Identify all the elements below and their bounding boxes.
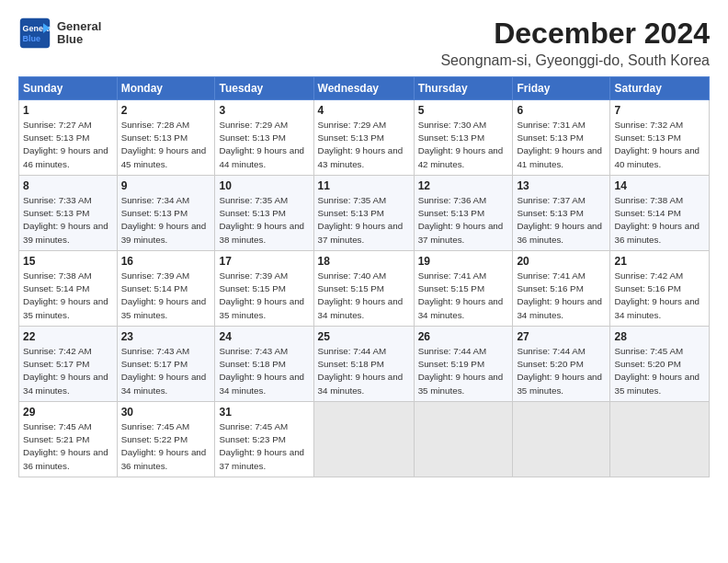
- day-number: 3: [219, 104, 309, 117]
- header-row: Sunday Monday Tuesday Wednesday Thursday…: [19, 77, 710, 100]
- day-number: 29: [23, 406, 113, 419]
- day-number: 2: [121, 104, 211, 117]
- calendar-cell: 29 Sunrise: 7:45 AMSunset: 5:21 PMDaylig…: [19, 402, 118, 477]
- day-detail: Sunrise: 7:35 AMSunset: 5:13 PMDaylight:…: [219, 195, 304, 245]
- day-detail: Sunrise: 7:37 AMSunset: 5:13 PMDaylight:…: [517, 195, 602, 245]
- calendar-cell: 11 Sunrise: 7:35 AMSunset: 5:13 PMDaylig…: [313, 176, 414, 251]
- calendar-cell: 2 Sunrise: 7:28 AMSunset: 5:13 PMDayligh…: [117, 100, 215, 176]
- main-title: December 2024: [440, 17, 710, 51]
- calendar-cell: 18 Sunrise: 7:40 AMSunset: 5:15 PMDaylig…: [313, 251, 414, 327]
- day-number: 5: [418, 104, 509, 117]
- calendar-cell: 8 Sunrise: 7:33 AMSunset: 5:13 PMDayligh…: [19, 176, 118, 251]
- day-number: 14: [614, 179, 705, 192]
- day-detail: Sunrise: 7:45 AMSunset: 5:23 PMDaylight:…: [219, 421, 304, 471]
- day-detail: Sunrise: 7:45 AMSunset: 5:22 PMDaylight:…: [121, 421, 207, 471]
- calendar-cell: [610, 402, 710, 477]
- calendar-cell: 23 Sunrise: 7:43 AMSunset: 5:17 PMDaylig…: [117, 327, 215, 402]
- day-detail: Sunrise: 7:32 AMSunset: 5:13 PMDaylight:…: [614, 120, 700, 169]
- day-number: 31: [219, 406, 309, 419]
- col-saturday: Saturday: [610, 77, 710, 100]
- calendar-cell: 1 Sunrise: 7:27 AMSunset: 5:13 PMDayligh…: [19, 100, 118, 176]
- day-number: 21: [614, 255, 705, 268]
- day-number: 4: [318, 104, 410, 117]
- day-number: 8: [23, 179, 113, 192]
- calendar-cell: 17 Sunrise: 7:39 AMSunset: 5:15 PMDaylig…: [215, 251, 313, 327]
- day-detail: Sunrise: 7:43 AMSunset: 5:17 PMDaylight:…: [121, 346, 207, 396]
- calendar-week-row: 1 Sunrise: 7:27 AMSunset: 5:13 PMDayligh…: [19, 100, 710, 176]
- calendar-cell: 28 Sunrise: 7:45 AMSunset: 5:20 PMDaylig…: [610, 327, 710, 402]
- calendar-cell: 5 Sunrise: 7:30 AMSunset: 5:13 PMDayligh…: [414, 100, 513, 176]
- day-number: 1: [23, 104, 113, 117]
- svg-text:Blue: Blue: [23, 34, 41, 43]
- calendar-cell: 10 Sunrise: 7:35 AMSunset: 5:13 PMDaylig…: [215, 176, 313, 251]
- col-tuesday: Tuesday: [215, 77, 313, 100]
- day-detail: Sunrise: 7:29 AMSunset: 5:13 PMDaylight:…: [318, 120, 404, 169]
- day-number: 28: [614, 330, 705, 343]
- day-number: 18: [318, 255, 410, 268]
- calendar-week-row: 22 Sunrise: 7:42 AMSunset: 5:17 PMDaylig…: [19, 327, 710, 402]
- day-number: 17: [219, 255, 309, 268]
- calendar-cell: 22 Sunrise: 7:42 AMSunset: 5:17 PMDaylig…: [19, 327, 118, 402]
- header: General Blue General Blue December 2024 …: [18, 17, 710, 69]
- calendar-cell: 26 Sunrise: 7:44 AMSunset: 5:19 PMDaylig…: [414, 327, 513, 402]
- page: General Blue General Blue December 2024 …: [0, 0, 728, 487]
- day-detail: Sunrise: 7:28 AMSunset: 5:13 PMDaylight:…: [121, 120, 207, 169]
- day-number: 10: [219, 179, 309, 192]
- title-block: December 2024 Seongnam-si, Gyeonggi-do, …: [440, 17, 710, 69]
- calendar-cell: 7 Sunrise: 7:32 AMSunset: 5:13 PMDayligh…: [610, 100, 710, 176]
- col-wednesday: Wednesday: [313, 77, 414, 100]
- calendar-cell: 19 Sunrise: 7:41 AMSunset: 5:15 PMDaylig…: [414, 251, 513, 327]
- calendar-cell: [414, 402, 513, 477]
- day-number: 12: [418, 179, 509, 192]
- logo-line2: Blue: [57, 33, 101, 46]
- calendar-cell: 30 Sunrise: 7:45 AMSunset: 5:22 PMDaylig…: [117, 402, 215, 477]
- logo: General Blue General Blue: [18, 17, 101, 50]
- day-detail: Sunrise: 7:41 AMSunset: 5:16 PMDaylight:…: [517, 270, 602, 320]
- calendar-week-row: 29 Sunrise: 7:45 AMSunset: 5:21 PMDaylig…: [19, 402, 710, 477]
- day-detail: Sunrise: 7:39 AMSunset: 5:15 PMDaylight:…: [219, 270, 304, 320]
- calendar-cell: 25 Sunrise: 7:44 AMSunset: 5:18 PMDaylig…: [313, 327, 414, 402]
- day-detail: Sunrise: 7:43 AMSunset: 5:18 PMDaylight:…: [219, 346, 304, 396]
- day-detail: Sunrise: 7:44 AMSunset: 5:19 PMDaylight:…: [418, 346, 504, 396]
- calendar-header: Sunday Monday Tuesday Wednesday Thursday…: [19, 77, 710, 100]
- day-number: 7: [614, 104, 705, 117]
- day-number: 6: [517, 104, 606, 117]
- calendar-cell: 24 Sunrise: 7:43 AMSunset: 5:18 PMDaylig…: [215, 327, 313, 402]
- col-friday: Friday: [513, 77, 610, 100]
- logo-line1: General: [57, 20, 101, 33]
- calendar-cell: 31 Sunrise: 7:45 AMSunset: 5:23 PMDaylig…: [215, 402, 313, 477]
- day-number: 16: [121, 255, 211, 268]
- calendar-cell: 15 Sunrise: 7:38 AMSunset: 5:14 PMDaylig…: [19, 251, 118, 327]
- day-detail: Sunrise: 7:33 AMSunset: 5:13 PMDaylight:…: [23, 195, 108, 245]
- day-detail: Sunrise: 7:31 AMSunset: 5:13 PMDaylight:…: [517, 120, 602, 169]
- day-number: 24: [219, 330, 309, 343]
- col-thursday: Thursday: [414, 77, 513, 100]
- calendar-body: 1 Sunrise: 7:27 AMSunset: 5:13 PMDayligh…: [19, 100, 710, 477]
- day-detail: Sunrise: 7:42 AMSunset: 5:17 PMDaylight:…: [23, 346, 108, 396]
- day-number: 27: [517, 330, 606, 343]
- calendar-cell: 4 Sunrise: 7:29 AMSunset: 5:13 PMDayligh…: [313, 100, 414, 176]
- calendar-cell: [513, 402, 610, 477]
- day-detail: Sunrise: 7:42 AMSunset: 5:16 PMDaylight:…: [614, 270, 700, 320]
- calendar-cell: 27 Sunrise: 7:44 AMSunset: 5:20 PMDaylig…: [513, 327, 610, 402]
- calendar-week-row: 8 Sunrise: 7:33 AMSunset: 5:13 PMDayligh…: [19, 176, 710, 251]
- calendar-cell: 12 Sunrise: 7:36 AMSunset: 5:13 PMDaylig…: [414, 176, 513, 251]
- day-detail: Sunrise: 7:44 AMSunset: 5:18 PMDaylight:…: [318, 346, 404, 396]
- calendar-table: Sunday Monday Tuesday Wednesday Thursday…: [18, 76, 710, 477]
- day-detail: Sunrise: 7:27 AMSunset: 5:13 PMDaylight:…: [23, 120, 108, 169]
- col-monday: Monday: [117, 77, 215, 100]
- subtitle: Seongnam-si, Gyeonggi-do, South Korea: [440, 52, 710, 69]
- calendar-cell: 9 Sunrise: 7:34 AMSunset: 5:13 PMDayligh…: [117, 176, 215, 251]
- day-number: 30: [121, 406, 211, 419]
- day-detail: Sunrise: 7:35 AMSunset: 5:13 PMDaylight:…: [318, 195, 404, 245]
- calendar-cell: 6 Sunrise: 7:31 AMSunset: 5:13 PMDayligh…: [513, 100, 610, 176]
- calendar-cell: 3 Sunrise: 7:29 AMSunset: 5:13 PMDayligh…: [215, 100, 313, 176]
- day-number: 22: [23, 330, 113, 343]
- day-detail: Sunrise: 7:38 AMSunset: 5:14 PMDaylight:…: [23, 270, 108, 320]
- calendar-cell: 21 Sunrise: 7:42 AMSunset: 5:16 PMDaylig…: [610, 251, 710, 327]
- day-number: 25: [318, 330, 410, 343]
- day-detail: Sunrise: 7:40 AMSunset: 5:15 PMDaylight:…: [318, 270, 404, 320]
- day-detail: Sunrise: 7:39 AMSunset: 5:14 PMDaylight:…: [121, 270, 207, 320]
- day-detail: Sunrise: 7:36 AMSunset: 5:13 PMDaylight:…: [418, 195, 504, 245]
- day-number: 13: [517, 179, 606, 192]
